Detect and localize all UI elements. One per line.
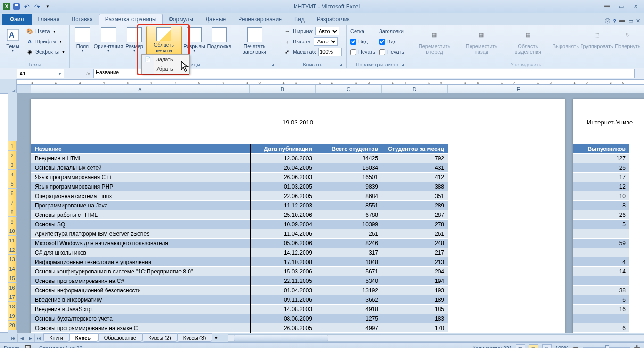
sheet-nav-next[interactable]: ▶ (26, 334, 35, 342)
tab-0[interactable]: Главная (32, 14, 66, 25)
view-page-break-button[interactable]: ▥ (542, 344, 552, 348)
col-header-C[interactable]: C (316, 85, 382, 93)
cell[interactable]: 278 (382, 220, 448, 229)
grid-view-checkbox[interactable] (350, 39, 356, 45)
cell[interactable]: Введение в JavaScript (31, 305, 250, 314)
cell[interactable]: 12 (573, 182, 630, 191)
cell[interactable]: 351 (382, 191, 448, 201)
qat-undo-button[interactable]: ↶ (22, 1, 32, 12)
cell[interactable]: 194 (382, 276, 448, 286)
scale-width-input[interactable]: Авто (315, 27, 339, 35)
row-header-16[interactable]: 16 (8, 283, 17, 292)
cell[interactable]: 431 (382, 163, 448, 173)
cell[interactable] (573, 248, 630, 257)
headers-print-checkbox[interactable] (379, 49, 385, 55)
tab-3[interactable]: Формулы (163, 14, 199, 25)
col-header-D[interactable]: D (382, 85, 448, 93)
cell[interactable]: 6 (573, 295, 630, 305)
cell[interactable]: 193 (382, 286, 448, 295)
sheet-content[interactable]: 19.03.2010 НазваниеДата публикацииВсего … (17, 93, 644, 333)
view-normal-button[interactable]: ▦ (516, 344, 525, 348)
cell[interactable]: 17 (573, 173, 630, 182)
cell[interactable]: 25.10.2006 (250, 210, 316, 220)
cell[interactable]: Основы SQL (31, 220, 250, 229)
cell[interactable]: 5340 (316, 276, 382, 286)
tab-5[interactable]: Рецензирование (232, 14, 288, 25)
theme-fonts-button[interactable]: AШрифты▼ (25, 36, 66, 47)
doc-close-button[interactable]: ✕ (636, 18, 640, 24)
cell[interactable]: 127 (573, 154, 630, 163)
row-header-10[interactable]: 10 (8, 226, 17, 236)
row-header-4[interactable]: 4 (8, 170, 17, 179)
cell[interactable]: 10.09.2004 (250, 220, 316, 229)
row-header-17[interactable]: 17 (8, 292, 17, 302)
cell[interactable]: 38 (573, 286, 630, 295)
cell[interactable]: 1048 (316, 257, 382, 267)
minimize-ribbon-button[interactable]: ⓥ (605, 17, 610, 25)
cell[interactable]: 25 (573, 163, 630, 173)
sheet-tab-3[interactable]: Курсы (2) (142, 333, 177, 342)
sheet-opts-launcher[interactable]: ◢ (399, 62, 405, 67)
cell[interactable]: 8246 (316, 239, 382, 248)
col-header-B[interactable]: B (250, 85, 316, 93)
cell[interactable]: 15034 (316, 163, 382, 173)
cell[interactable]: 6788 (316, 210, 382, 220)
row-header-1[interactable]: 1 (8, 141, 17, 151)
cell[interactable]: 26 (573, 210, 630, 220)
row-header-15[interactable]: 15 (8, 273, 17, 283)
new-sheet-button[interactable]: ✦ (214, 335, 218, 341)
qat-redo-button[interactable]: ↷ (32, 1, 42, 12)
cell[interactable]: 204 (382, 267, 448, 276)
horizontal-ruler[interactable]: 1 2 3 4 5 6 7 8 9 10 11 12 13 14 15 16 1… (17, 79, 644, 85)
cell[interactable] (573, 229, 630, 239)
row-header-20[interactable]: 20 (8, 321, 17, 330)
cell[interactable]: Операционная система Linux (31, 191, 250, 201)
cell[interactable]: 217 (382, 248, 448, 257)
view-page-layout-button[interactable]: ▤ (529, 344, 538, 348)
cell[interactable]: 08.06.2009 (250, 314, 316, 323)
sheet-tab-2[interactable]: Образование (98, 333, 142, 342)
cell[interactable]: 22.06.2005 (250, 191, 316, 201)
cell[interactable]: 34425 (316, 154, 382, 163)
cell[interactable]: 189 (382, 295, 448, 305)
select-all-corner[interactable]: ◢ (0, 79, 17, 93)
col-header-cell[interactable]: Дата публикации (250, 144, 316, 154)
cell[interactable] (573, 276, 630, 286)
cell[interactable]: Основы бухгалтерского учета (31, 314, 250, 323)
help-button[interactable]: ? (613, 18, 616, 24)
cell[interactable]: Основы работы с HTML (31, 210, 250, 220)
cell[interactable]: Основы программирования на C# (31, 276, 250, 286)
cell[interactable]: 213 (382, 257, 448, 267)
cell[interactable]: 09.11.2006 (250, 295, 316, 305)
cell[interactable]: 248 (382, 239, 448, 248)
col-header-A[interactable]: A (31, 85, 250, 93)
row-header-13[interactable]: 13 (8, 255, 17, 264)
sheet-nav-prev[interactable]: ◀ (18, 334, 26, 342)
cell[interactable]: 11.04.2006 (250, 229, 316, 239)
cell[interactable]: Введение в информатику (31, 295, 250, 305)
sheet-tab-0[interactable]: Книги (43, 333, 69, 342)
fx-button[interactable]: fx (83, 69, 93, 78)
doc-minimize-button[interactable]: ➖ (619, 18, 626, 24)
cell[interactable]: 22.11.2005 (250, 276, 316, 286)
cell[interactable]: 3662 (316, 295, 382, 305)
side-col-header[interactable]: Выпускников (573, 144, 630, 154)
sheet-nav-first[interactable]: ⏮ (9, 334, 18, 342)
cell[interactable]: 6 (573, 323, 630, 333)
row-header-3[interactable]: 3 (8, 160, 17, 170)
cell[interactable]: 14.12.2009 (250, 248, 316, 257)
cell[interactable]: 14 (573, 267, 630, 276)
minimize-button[interactable]: ➖ (601, 2, 614, 11)
row-header-19[interactable]: 19 (8, 311, 17, 321)
vertical-ruler[interactable] (0, 93, 8, 333)
horizontal-scrollbar[interactable] (228, 334, 644, 342)
cell[interactable]: 17.10.2008 (250, 257, 316, 267)
cell[interactable]: 12.08.2003 (250, 154, 316, 163)
row-header-9[interactable]: 9 (8, 217, 17, 226)
cell[interactable]: 412 (382, 173, 448, 182)
row-header-11[interactable]: 11 (8, 236, 17, 245)
cell[interactable]: 01.03.2005 (250, 182, 316, 191)
cell[interactable]: Основы локальных сетей (31, 163, 250, 173)
cell[interactable]: Microsoft Windows для начинающего пользо… (31, 239, 250, 248)
cell[interactable]: 05.06.2006 (250, 239, 316, 248)
